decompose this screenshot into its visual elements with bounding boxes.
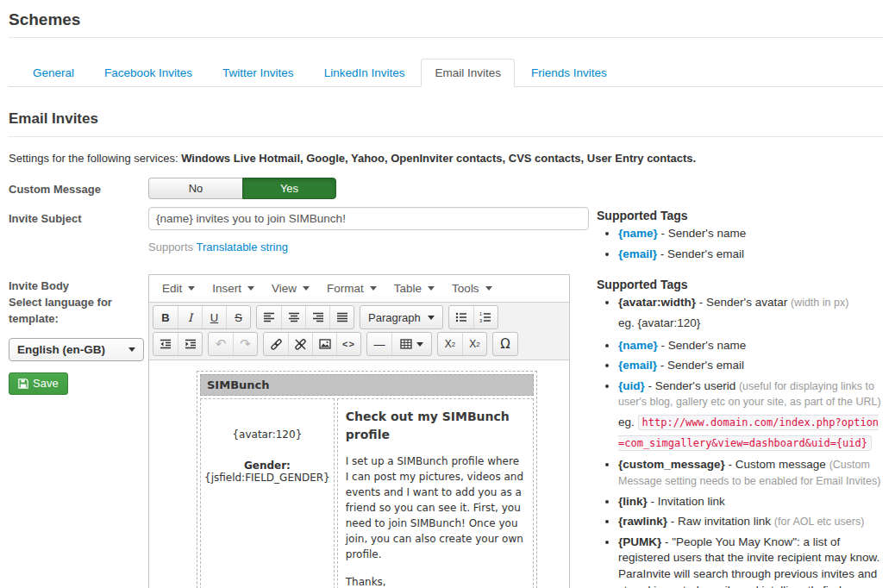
translatable-string-link[interactable]: Translatable string xyxy=(196,241,287,253)
tag-token: {link} xyxy=(618,495,648,508)
menu-tools[interactable]: Tools xyxy=(443,278,501,299)
template-paragraph: I set up a SIMBunch profile where I can … xyxy=(346,454,525,562)
invite-subject-row: Invite Subject Supports Translatable str… xyxy=(9,207,883,266)
editor-menubar: Edit Insert View Format Table Tools xyxy=(149,275,569,303)
source-code-button[interactable]: <> xyxy=(336,333,360,355)
toolbar-row-2: ↶ ↷ <> — xyxy=(153,332,566,356)
tag-token: {name} xyxy=(618,339,658,352)
align-right-button[interactable] xyxy=(305,306,329,328)
tab-bar: General Facebook Invites Twitter Invites… xyxy=(9,59,883,87)
align-left-button[interactable] xyxy=(257,306,281,328)
charmap-group: Ω xyxy=(492,332,518,356)
underline-button[interactable]: U xyxy=(202,306,226,328)
menu-label: Insert xyxy=(212,282,241,295)
special-character-button[interactable]: Ω xyxy=(493,333,517,355)
chevron-down-icon xyxy=(428,316,435,320)
editor-toolbar: B I U S Paragraph xyxy=(149,303,569,360)
tag-desc: - Sender's name xyxy=(661,339,747,352)
save-button[interactable]: Save xyxy=(9,372,68,395)
tag-token: {custom_message} xyxy=(618,458,725,471)
tag-desc: - Raw invitation link xyxy=(671,515,771,528)
save-button-label: Save xyxy=(33,377,59,390)
menu-edit[interactable]: Edit xyxy=(153,278,203,299)
tag-token: {avatar:width} xyxy=(618,296,696,309)
undo-button[interactable]: ↶ xyxy=(209,333,233,355)
unlink-button[interactable] xyxy=(288,333,312,355)
template-right-cell: Check out my SIMBunch profile I set up a… xyxy=(337,398,534,588)
table-button[interactable] xyxy=(391,333,431,355)
editor-content-area[interactable]: SIMBunch {avatar:120} Gender: {jsfield:F… xyxy=(149,360,569,588)
custom-message-control: No Yes xyxy=(148,178,590,199)
invite-body-label: Invite Body xyxy=(9,278,148,295)
menu-view[interactable]: View xyxy=(263,278,318,299)
template-body-row: {avatar:120} Gender: {jsfield:FIELD_GEND… xyxy=(200,398,534,588)
subscript-glyph: X xyxy=(445,338,452,350)
tag-desc: - Sender's email xyxy=(660,359,744,372)
tag-item-name: {name} - Sender's name xyxy=(618,338,883,354)
tab-linkedin-invites[interactable]: LinkedIn Invites xyxy=(310,59,419,87)
invite-body-control: Edit Insert View Format Table Tools B I … xyxy=(148,274,590,588)
script-group: X2 X2 xyxy=(437,332,487,356)
paragraph-format-dropdown[interactable]: Paragraph xyxy=(360,306,442,328)
bold-button[interactable]: B xyxy=(153,306,178,328)
menu-insert[interactable]: Insert xyxy=(203,278,263,299)
gender-field-placeholder: {jsfield:FIELD_GENDER} xyxy=(204,472,330,484)
custom-message-no-button[interactable]: No xyxy=(148,178,242,199)
chevron-down-icon xyxy=(416,342,423,347)
outdent-button[interactable] xyxy=(153,333,178,355)
chevron-down-icon xyxy=(247,286,254,291)
format-group: B I U S xyxy=(153,305,251,329)
tab-twitter-invites[interactable]: Twitter Invites xyxy=(209,59,308,87)
email-template-table: SIMBunch {avatar:120} Gender: {jsfield:F… xyxy=(197,371,537,588)
services-note: Settings for the following services: Win… xyxy=(9,152,883,165)
custom-message-yes-button[interactable]: Yes xyxy=(242,178,336,199)
redo-button[interactable]: ↷ xyxy=(233,333,257,355)
body-tags-panel: Supported Tags {avatar:width} - Sender's… xyxy=(597,274,883,588)
tab-general[interactable]: General xyxy=(19,59,88,87)
menu-format[interactable]: Format xyxy=(318,278,385,299)
menu-table[interactable]: Table xyxy=(385,278,443,299)
invite-subject-input[interactable] xyxy=(148,207,589,230)
superscript-glyph: X xyxy=(469,338,476,350)
tag-item-rawlink: {rawlink} - Raw invitation link (for AOL… xyxy=(618,514,883,530)
supports-prefix: Supports xyxy=(148,241,196,253)
italic-button[interactable]: I xyxy=(178,306,202,328)
template-signature: Thanks,{name} xyxy=(346,574,525,588)
page-title: Schemes xyxy=(9,10,883,29)
tag-desc: - Sender's avatar xyxy=(699,296,787,309)
bullet-list-button[interactable] xyxy=(449,306,473,328)
numbered-list-button[interactable]: 13 xyxy=(473,306,498,328)
tag-token: {rawlink} xyxy=(618,515,667,528)
block-format-group: Paragraph xyxy=(360,305,443,329)
language-select-value: English (en-GB) xyxy=(17,341,128,359)
align-center-button[interactable] xyxy=(281,306,305,328)
tag-token: {name} xyxy=(618,227,658,240)
title-divider xyxy=(9,37,883,38)
tab-email-invites[interactable]: Email Invites xyxy=(421,59,515,87)
indent-group xyxy=(153,332,203,356)
invite-body-label-col: Invite Body Select language for template… xyxy=(9,274,148,395)
link-button[interactable] xyxy=(264,333,288,355)
language-select[interactable]: English (en-GB) xyxy=(9,338,144,361)
tag-desc: - Sender's email xyxy=(660,247,744,260)
tag-example: eg. {avatar:120} xyxy=(618,313,883,334)
tag-token: {email} xyxy=(618,247,657,260)
body-tags-list: {avatar:width} - Sender's avatar (width … xyxy=(597,295,883,588)
tab-facebook-invites[interactable]: Facebook Invites xyxy=(91,59,206,87)
image-button[interactable] xyxy=(312,333,336,355)
subscript-glyph-n: 2 xyxy=(452,341,455,348)
invite-body-row: Invite Body Select language for template… xyxy=(9,274,883,588)
template-header-cell: SIMBunch xyxy=(200,374,534,396)
subscript-button[interactable]: X2 xyxy=(438,333,462,355)
custom-message-toggle: No Yes xyxy=(148,178,336,199)
tag-desc: - Invitation link xyxy=(651,495,725,508)
menu-label: View xyxy=(272,282,297,295)
tab-friends-invites[interactable]: Friends Invites xyxy=(517,59,621,87)
tag-token: {PUMK} xyxy=(618,535,661,548)
horizontal-rule-button[interactable]: — xyxy=(367,333,391,355)
superscript-button[interactable]: X2 xyxy=(462,333,486,355)
tag-note: (for AOL etc users) xyxy=(774,516,864,528)
strikethrough-button[interactable]: S xyxy=(226,306,250,328)
indent-button[interactable] xyxy=(178,333,202,355)
align-justify-button[interactable] xyxy=(329,306,354,328)
